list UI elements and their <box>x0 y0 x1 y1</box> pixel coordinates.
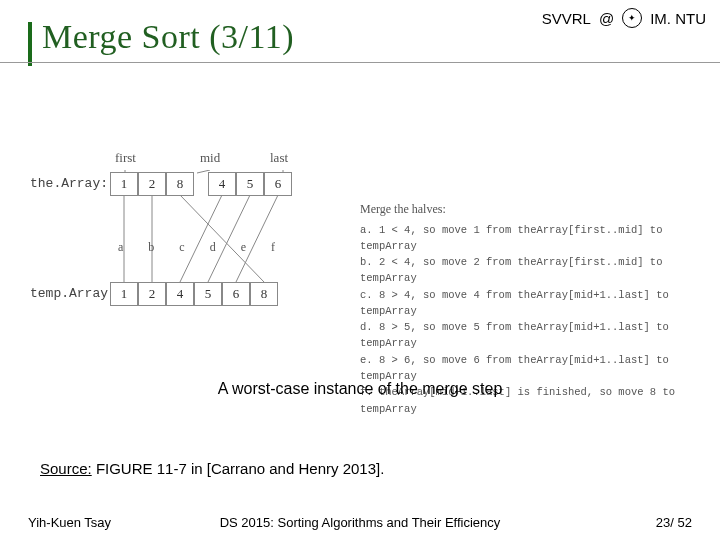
steps-title: Merge the halves: <box>360 200 690 219</box>
source-line: Source: FIGURE 11-7 in [Carrano and Henr… <box>40 460 384 477</box>
cell: 1 <box>110 282 138 306</box>
cell: 4 <box>208 172 236 196</box>
page-title: Merge Sort (3/11) <box>42 18 294 56</box>
letter: f <box>271 240 275 255</box>
source-text: FIGURE 11-7 in [Carrano and Henry 2013]. <box>96 460 384 477</box>
title-underline <box>0 62 720 63</box>
step-letters: a b c d e f <box>118 240 275 255</box>
letter: c <box>179 240 184 255</box>
letter: a <box>118 240 123 255</box>
cell: 5 <box>236 172 264 196</box>
cell: 6 <box>222 282 250 306</box>
temp-array-cells: 1 2 4 5 6 8 <box>110 282 278 306</box>
step: b. 2 < 4, so move 2 from theArray[first.… <box>360 254 690 287</box>
footer-course: DS 2015: Sorting Algorithms and Their Ef… <box>28 515 692 530</box>
figure-caption: A worst-case instance of the merge step <box>0 380 720 398</box>
cell: 1 <box>110 172 138 196</box>
label-last: last <box>270 150 288 166</box>
svg-line-5 <box>180 195 264 282</box>
the-array-cells: 1 2 8 4 5 6 <box>110 172 292 196</box>
label-temp-array: temp.Array: <box>30 286 116 301</box>
step: d. 8 > 5, so move 5 from theArray[mid+1.… <box>360 319 690 352</box>
footer: Yih-Kuen Tsay DS 2015: Sorting Algorithm… <box>28 515 692 530</box>
svg-line-7 <box>208 195 250 282</box>
letter: d <box>210 240 216 255</box>
letter: e <box>241 240 246 255</box>
institution-logo-icon: ✦ <box>622 8 642 28</box>
cell: 5 <box>194 282 222 306</box>
svg-line-6 <box>180 195 222 282</box>
title-block: Merge Sort (3/11) <box>28 18 294 56</box>
label-the-array: the.Array: <box>30 176 108 191</box>
cell: 6 <box>264 172 292 196</box>
svg-line-8 <box>236 195 278 282</box>
cell: 8 <box>166 172 194 196</box>
label-first: first <box>115 150 136 166</box>
step: a. 1 < 4, so move 1 from theArray[first.… <box>360 222 690 255</box>
step: c. 8 > 4, so move 4 from theArray[mid+1.… <box>360 287 690 320</box>
title-accent-bar <box>28 22 32 66</box>
label-mid: mid <box>200 150 220 166</box>
header-at: @ <box>599 10 614 27</box>
header: SVVRL @ ✦ IM. NTU <box>542 8 706 28</box>
header-imntu: IM. NTU <box>650 10 706 27</box>
cell: 2 <box>138 172 166 196</box>
cell: 8 <box>250 282 278 306</box>
cell: 4 <box>166 282 194 306</box>
letter: b <box>148 240 154 255</box>
cell: 2 <box>138 282 166 306</box>
merge-diagram: first mid last the.Array: 1 2 8 4 5 6 a … <box>30 170 690 340</box>
source-label: Source: <box>40 460 92 477</box>
header-svvrl: SVVRL <box>542 10 591 27</box>
